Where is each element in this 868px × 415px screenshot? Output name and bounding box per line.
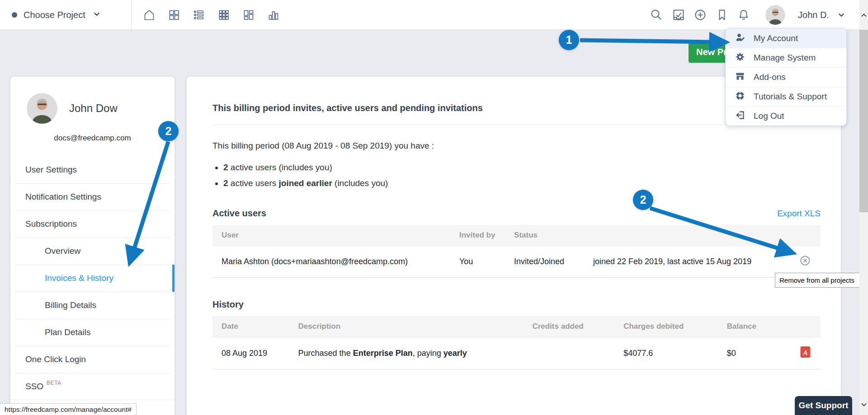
cell-invited-by: You [456, 246, 510, 278]
sidebar-item-billing-details[interactable]: Billing Details [10, 292, 175, 319]
home-icon[interactable] [142, 8, 156, 22]
topbar-nav [142, 0, 281, 30]
menu-item-tutorials-support[interactable]: Tutorials & Support [726, 87, 846, 106]
scrollbar[interactable] [859, 0, 868, 415]
sidebar-item-subscriptions[interactable]: Subscriptions [10, 210, 175, 238]
avatar[interactable] [765, 5, 785, 25]
sidebar-item-one-click-login[interactable]: One Click Login [10, 346, 175, 373]
history-title: History [212, 299, 821, 310]
account-sidebar: John Dow docs@freedcamp.com User Setting… [10, 77, 175, 415]
sidebar-item-sso[interactable]: SSOBETA [10, 373, 175, 400]
scroll-down-icon[interactable] [859, 400, 868, 409]
cell-user: Maria Ashton (docs+mariaashton@freedcamp… [212, 246, 456, 278]
menu-item-label: Log Out [754, 111, 784, 121]
sidebar-item-label: Subscriptions [25, 219, 77, 229]
cell-date: 08 Aug 2019 [212, 337, 295, 369]
active-users-title: Active users [212, 208, 266, 219]
sidebar-item-label: Plan Details [45, 327, 90, 337]
description-bold: yearly [443, 349, 467, 358]
menu-item-label: Manage System [754, 53, 816, 63]
sidebar-item-label: One Click Login [25, 354, 86, 364]
bullet-text: active users [228, 178, 279, 188]
todo-check-icon[interactable] [671, 8, 686, 22]
user-menu-trigger[interactable]: John D. [798, 10, 829, 20]
column-header: Description [295, 316, 529, 337]
annotation-badge-1: 1 [559, 30, 579, 50]
table-header-row: Date Description Credits added Charges d… [212, 316, 821, 337]
search-icon[interactable] [649, 7, 664, 23]
menu-item-add-ons[interactable]: Add-ons [726, 67, 846, 87]
tooltip-remove-from-all-projects: Remove from all projects [775, 273, 865, 288]
apps-grid-icon[interactable] [217, 8, 231, 22]
notifications-bell-icon[interactable] [736, 8, 751, 22]
cell-balance: $0 [723, 337, 790, 369]
help-ring-icon [735, 90, 745, 103]
export-xls-link[interactable]: Export XLS [777, 209, 821, 219]
user-dropdown-menu: My Account Manage System Add-ons Tutoria… [725, 28, 847, 126]
bullet-count: 2 [223, 178, 228, 188]
tasks-list-icon[interactable] [192, 8, 206, 22]
active-users-table: User Invited by Status Maria Ashton (doc… [212, 225, 821, 278]
sidebar-menu: User Settings Notification Settings Subs… [10, 156, 175, 400]
svg-text:A: A [802, 349, 807, 356]
reports-chart-icon[interactable] [266, 8, 281, 22]
store-icon [735, 71, 745, 84]
sidebar-item-user-settings[interactable]: User Settings [10, 156, 175, 183]
menu-item-manage-system[interactable]: Manage System [726, 48, 846, 67]
project-selector-label: Choose Project [24, 10, 85, 20]
status-bar-url: https://freedcamp.com/manage/account# [0, 403, 137, 415]
project-selector[interactable]: Choose Project [12, 0, 102, 30]
top-bar: Choose Project [0, 0, 868, 30]
billing-period-line: This billing period (08 Aug 2019 - 08 Se… [212, 141, 821, 151]
profile-row: John Dow [10, 77, 175, 124]
cell-credits [528, 337, 620, 369]
get-support-button[interactable]: Get Support [795, 396, 852, 415]
cell-activity: joined 22 Feb 2019, last active 15 Aug 2… [590, 246, 790, 278]
menu-item-log-out[interactable]: Log Out [726, 106, 846, 126]
sidebar-item-label: Invoices & History [45, 273, 113, 283]
column-header: Balance [723, 316, 790, 337]
cell-charges: $4077.6 [620, 337, 723, 369]
bookmark-icon[interactable] [715, 8, 729, 22]
menu-item-label: My Account [754, 33, 798, 43]
sidebar-item-label: Overview [45, 246, 80, 256]
sidebar-item-invoices-history[interactable]: Invoices & History [10, 265, 175, 292]
column-header [590, 225, 790, 246]
chevron-down-icon[interactable] [836, 10, 846, 20]
user-name: John Dow [69, 102, 118, 115]
user-email: docs@freedcamp.com [10, 134, 175, 143]
menu-item-label: Tutorials & Support [754, 92, 827, 102]
cell-status: Invited/Joined [510, 246, 590, 278]
topbar-divider [131, 0, 132, 30]
description-text: , paying [413, 349, 443, 358]
remove-user-icon[interactable] [799, 255, 811, 266]
add-circle-icon[interactable] [693, 8, 708, 22]
widgets-board-icon[interactable] [241, 8, 256, 22]
avatar [27, 93, 57, 124]
chevron-down-icon [92, 9, 102, 21]
sidebar-item-plan-details[interactable]: Plan Details [10, 319, 175, 346]
bullet-text: active users (includes you) [228, 163, 332, 172]
sidebar-item-label: SSO [25, 382, 43, 392]
bullet-count: 2 [223, 163, 228, 172]
sidebar-item-notification-settings[interactable]: Notification Settings [10, 183, 175, 210]
menu-item-my-account[interactable]: My Account [726, 28, 846, 48]
annotation-badge-2: 2 [158, 121, 179, 141]
column-header: Charges debited [620, 316, 723, 337]
scroll-up-icon[interactable] [859, 11, 868, 20]
billing-content: This billing period invites, active user… [187, 77, 841, 415]
column-header: Credits added [528, 316, 620, 337]
table-row: Maria Ashton (docs+mariaashton@freedcamp… [212, 246, 821, 278]
user-edit-icon [735, 32, 745, 45]
description-text: Purchased the [298, 349, 353, 358]
scrollbar-thumb[interactable] [859, 30, 868, 212]
logout-icon [735, 110, 745, 122]
projects-board-icon[interactable] [167, 8, 181, 22]
sidebar-item-label: Notification Settings [25, 192, 101, 202]
pdf-invoice-icon[interactable]: A [800, 346, 811, 358]
billing-bullets: 2 active users (includes you) 2 active u… [212, 163, 821, 188]
sidebar-item-overview[interactable]: Overview [10, 238, 175, 265]
menu-item-label: Add-ons [754, 72, 786, 82]
annotation-badge-2b: 2 [633, 190, 653, 210]
column-header: User [212, 225, 456, 246]
